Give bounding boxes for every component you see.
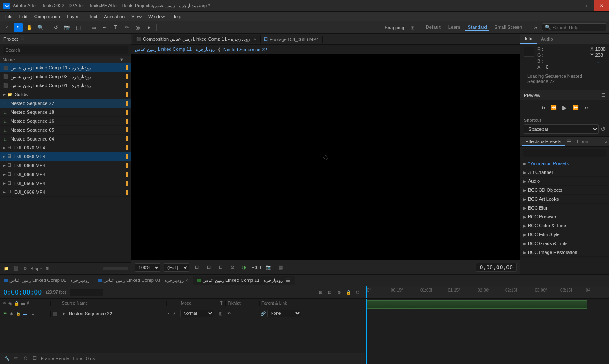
- menu-layer[interactable]: Layer: [64, 13, 82, 20]
- shortcut-reset-icon[interactable]: ↺: [601, 126, 606, 132]
- viewer-tab-footage[interactable]: 🎞 Footage DJI_0666.MP4: [261, 36, 323, 43]
- list-item[interactable]: ⬛ زمین عباس Linked Comp 11 - رودبارچره: [0, 63, 131, 72]
- effect-category-animation-presets[interactable]: ▶ * Animation Presets: [520, 159, 609, 168]
- list-item-dji-selected[interactable]: ▶ 🎞 DJI_0666.MP4: [0, 152, 131, 161]
- effect-category-bcc-browser[interactable]: ▶ BCC Browser: [520, 212, 609, 221]
- preview-menu-icon[interactable]: ☰: [601, 92, 606, 98]
- list-item[interactable]: ▶ 🎞 DJI_0666.MP4: [0, 179, 131, 188]
- color-correction-button[interactable]: ◑: [240, 263, 248, 272]
- skip-to-start-button[interactable]: ⏮: [538, 103, 548, 112]
- effect-category-bcc-color-tone[interactable]: ▶ BCC Color & Tone: [520, 221, 609, 230]
- play-pause-button[interactable]: ▶: [560, 103, 570, 112]
- list-item[interactable]: ⬛ زمین عباس Linked Comp 03 - رودبارچره: [0, 72, 131, 81]
- close-button[interactable]: ✕: [594, 0, 609, 11]
- new-folder-button[interactable]: 📁: [3, 265, 10, 273]
- list-item[interactable]: ⬚ Nested Sequence 05: [0, 126, 131, 135]
- viewer-tab-comp[interactable]: ⬛ Composition زمین عباس Linked Comp 11 -…: [133, 35, 261, 43]
- timeline-tab-comp11[interactable]: زمین عباس Linked Comp 11 - رودبارچره ☰: [193, 276, 295, 285]
- search-input[interactable]: [553, 25, 603, 30]
- breadcrumb-item-nested[interactable]: Nested Sequence 22: [223, 47, 267, 52]
- column-options-icon[interactable]: ≡: [126, 57, 128, 62]
- tab-info[interactable]: Info: [520, 34, 537, 44]
- breadcrumb-item-comp[interactable]: زمین عباس Linked Comp 11 - رودبارچره: [135, 47, 215, 52]
- menu-help[interactable]: Help: [168, 13, 185, 20]
- pan-tool[interactable]: ⬚: [73, 23, 83, 32]
- prev-frame-button[interactable]: ⏪: [549, 103, 559, 112]
- hand-tool[interactable]: ✋: [25, 23, 34, 32]
- next-frame-button[interactable]: ⏩: [571, 103, 581, 112]
- fit-width-button[interactable]: ⊡: [204, 263, 213, 272]
- track-clip-1[interactable]: [367, 300, 587, 309]
- tab-effects-presets[interactable]: Effects & Presets: [522, 138, 565, 146]
- footage-icon-footer[interactable]: 🎞: [31, 355, 38, 362]
- workspace-standard[interactable]: Standard: [465, 24, 489, 31]
- label-btn-1[interactable]: ▬: [22, 311, 28, 317]
- flow-icon[interactable]: ⬡: [22, 355, 29, 362]
- timeline-tab-comp03[interactable]: زمین عباس Linked Comp 03 - رودبارچره ✕: [94, 276, 193, 285]
- text-tool[interactable]: T: [111, 23, 120, 32]
- list-item[interactable]: ⬚ Nested Sequence 18: [0, 108, 131, 117]
- effect-category-bcc-blur[interactable]: ▶ BCC Blur: [520, 204, 609, 212]
- shortcut-select[interactable]: Spacebar: [524, 124, 599, 134]
- pen-tool[interactable]: ✒: [100, 23, 109, 32]
- mode-select-1[interactable]: Normal: [180, 310, 214, 317]
- list-item[interactable]: ▶ 🎞 DJI_0666.MP4: [0, 188, 131, 197]
- tab-audio[interactable]: Audio: [537, 35, 557, 43]
- project-settings-button[interactable]: ⚙: [21, 265, 29, 273]
- grid-button[interactable]: ⊟: [216, 263, 225, 272]
- list-item[interactable]: ⬛ زمین عباس Linked Comp 01 - رودبارچره: [0, 81, 131, 90]
- workspace-small-screen[interactable]: Small Screen: [492, 24, 525, 31]
- expressions-button[interactable]: ⌬: [354, 289, 362, 296]
- effect-category-bcc-image-restoration[interactable]: ▶ BCC Image Restoration: [520, 248, 609, 257]
- lock-all-button[interactable]: 🔒: [345, 289, 352, 296]
- sort-icon[interactable]: ▼: [120, 57, 124, 62]
- collapse-all-button[interactable]: ⊞: [317, 289, 324, 296]
- lock-toggle-1[interactable]: 🔒: [15, 311, 21, 317]
- effects-search-input[interactable]: [523, 149, 606, 157]
- more-workspaces[interactable]: »: [531, 23, 540, 32]
- skip-to-end-button[interactable]: ⏭: [582, 103, 592, 112]
- plus-button[interactable]: +: [590, 58, 606, 65]
- menu-animation[interactable]: Animation: [100, 13, 128, 20]
- render-queue-icon[interactable]: 🔧: [3, 355, 10, 362]
- workspace-learn[interactable]: Learn: [446, 24, 463, 31]
- mask-tool[interactable]: ▭: [89, 23, 98, 32]
- menu-composition[interactable]: Composition: [31, 13, 64, 20]
- menu-window[interactable]: Window: [145, 13, 168, 20]
- effect-category-audio[interactable]: ▶ Audio: [520, 177, 609, 186]
- effect-category-bcc-3d-objects[interactable]: ▶ BCC 3D Objects: [520, 186, 609, 195]
- list-item[interactable]: ⬚ Nested Sequence 16: [0, 117, 131, 126]
- timeline-tab-comp01[interactable]: زمین عباس Linked Comp 01 - رودبارچره: [0, 276, 94, 285]
- visibility-toggle-1[interactable]: 👁: [2, 311, 8, 317]
- project-search-input[interactable]: [3, 46, 128, 54]
- timeline-tab-menu-icon[interactable]: ☰: [286, 278, 290, 283]
- timeline-tab-close[interactable]: ✕: [185, 279, 189, 283]
- effect-category-3d-channel[interactable]: ▶ 3D Channel: [520, 168, 609, 177]
- menu-view[interactable]: View: [128, 13, 145, 20]
- delete-button[interactable]: 🗑: [44, 265, 51, 273]
- list-item[interactable]: ⬚ Nested Sequence 04: [0, 135, 131, 143]
- quality-select[interactable]: (Full) (Half): [164, 263, 189, 272]
- comp-tab-close[interactable]: ✕: [253, 37, 257, 41]
- menu-file[interactable]: File: [2, 13, 16, 20]
- list-item-solids[interactable]: ▶ 📁 Solids: [0, 90, 131, 99]
- maximize-button[interactable]: □: [578, 0, 593, 11]
- list-item-nested-22[interactable]: ⬚ Nested Sequence 22: [0, 99, 131, 108]
- zoom-tool[interactable]: 🔍: [36, 23, 45, 32]
- effects-panel-menu[interactable]: ☰: [567, 139, 572, 145]
- list-item[interactable]: ▶ 🎞 DJI_0666.MP4: [0, 161, 131, 170]
- preview-icon[interactable]: 👁: [13, 355, 19, 362]
- timeline-search-input[interactable]: [70, 289, 103, 296]
- rotate-tool[interactable]: ↺: [51, 23, 61, 32]
- parent-pick-icon-1[interactable]: 🔗: [261, 311, 266, 316]
- show-channel-button[interactable]: ▤: [276, 263, 285, 272]
- brush-tool[interactable]: ✏: [122, 23, 131, 32]
- project-menu-icon[interactable]: ☰: [20, 36, 25, 41]
- list-item[interactable]: ▶ 🎞 DJI_0670.MP4: [0, 143, 131, 152]
- paint-tool[interactable]: ◎: [133, 23, 142, 32]
- safe-zones-button[interactable]: ⊠: [228, 263, 236, 272]
- layer-expand-1[interactable]: ▶: [61, 311, 67, 317]
- snapping-toggle[interactable]: ⊞: [408, 23, 417, 32]
- menu-edit[interactable]: Edit: [16, 13, 31, 20]
- effect-category-bcc-art-looks[interactable]: ▶ BCC Art Looks: [520, 195, 609, 204]
